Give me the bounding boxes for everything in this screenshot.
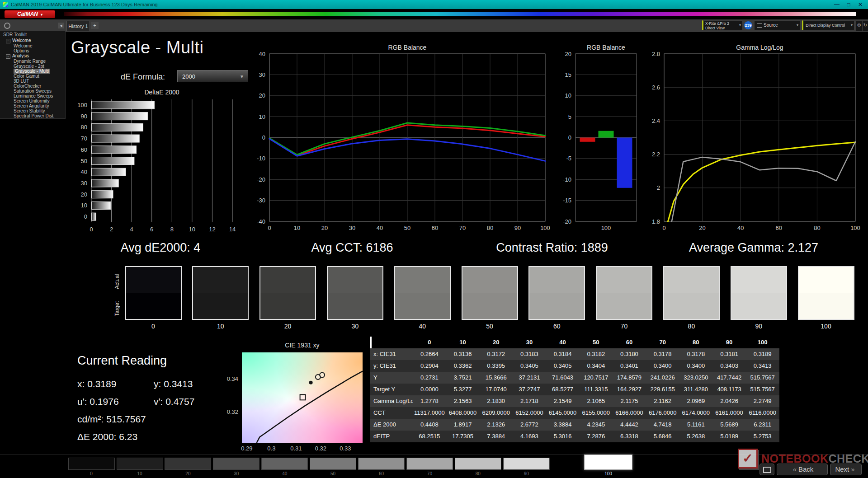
tree-expander-icon[interactable]: − <box>6 39 10 43</box>
table-cell: 2.1563 <box>446 395 480 407</box>
minimize-button[interactable]: — <box>831 0 843 9</box>
back-label: Back <box>798 465 813 473</box>
sidebar-item-saturation-sweeps[interactable]: Saturation Sweeps <box>0 89 66 94</box>
y-axis-tick-label: -10 <box>257 155 265 162</box>
settings-gear-icon[interactable]: ⚙ <box>856 20 863 31</box>
swatch-actual <box>731 267 786 293</box>
swatch-target <box>260 293 315 319</box>
table-cell: 4.1693 <box>513 431 546 442</box>
swatch-actual <box>395 267 450 293</box>
table-cell: 2.6772 <box>513 419 546 431</box>
swatch-level-label: 60 <box>528 323 585 330</box>
sidebar-item-color-gamut[interactable]: Color Gamut <box>0 74 66 79</box>
sidebar: SDR Toolkit −WelcomeWelcomeOptions−Analy… <box>0 31 66 119</box>
sidebar-item-spectral-power-dist-[interactable]: Spectral Power Dist. <box>0 113 66 118</box>
y-axis-tick-label: 30 <box>81 180 87 187</box>
refresh-icon[interactable]: ↻ <box>862 20 868 31</box>
table-cell: 0.3362 <box>446 360 480 372</box>
y-axis-tick-label: 1.8 <box>652 218 660 225</box>
table-cell: 2.0426 <box>712 395 746 407</box>
table-cell: 17.0740 <box>479 384 513 395</box>
calman-logo-button[interactable]: CalMAN▾ <box>5 10 55 18</box>
sidebar-section-analysis[interactable]: −Analysis <box>0 53 66 59</box>
back-button[interactable]: «Back <box>777 464 828 475</box>
grayscale-step-button-0[interactable] <box>68 458 115 470</box>
add-tab-button[interactable]: + <box>91 22 99 29</box>
grayscale-step-button-60[interactable] <box>358 458 405 470</box>
source-dropdown[interactable]: Source ▾ <box>754 20 800 30</box>
sidebar-item-3d-lut[interactable]: 3D LUT <box>0 79 66 84</box>
table-cell: 6155.0000 <box>579 407 613 419</box>
display-control-dropdown[interactable]: Direct Display Control ▾ <box>802 20 854 30</box>
grayscale-step-button-20[interactable] <box>165 458 211 470</box>
table-cell: 71.6043 <box>546 372 580 384</box>
sidebar-item-luminance-sweeps[interactable]: Luminance Sweeps <box>0 94 66 98</box>
maximize-button[interactable]: □ <box>843 0 854 9</box>
sidebar-item-screen-angularity[interactable]: Screen Angularity <box>0 103 66 108</box>
pattern-window-button[interactable] <box>760 464 774 475</box>
grayscale-step-button-80[interactable] <box>455 458 501 470</box>
target-square-marker <box>300 394 306 400</box>
table-cell: 2.1065 <box>579 395 613 407</box>
y-axis-tick-label: 90 <box>81 113 87 120</box>
table-row-label: y: CIE31 <box>370 360 413 372</box>
table-cell: 2.1549 <box>546 395 580 407</box>
sidebar-item-grayscale-2pt[interactable]: Grayscale - 2pt <box>0 64 66 69</box>
sidebar-item-grayscale-multi[interactable]: Grayscale - Multi <box>0 69 66 74</box>
sidebar-item-screen-uniformity[interactable]: Screen Uniformity <box>0 98 66 103</box>
table-cell: 0.2904 <box>413 360 446 372</box>
x-axis-tick-label: 2 <box>110 226 113 233</box>
grayscale-step-button-70[interactable] <box>406 458 453 470</box>
next-button[interactable]: Next» <box>830 464 862 475</box>
grayscale-swatch-60 <box>528 266 585 320</box>
actual-row-label: Actual <box>114 269 121 294</box>
table-row: CCT11317.00006408.00006209.00006152.0000… <box>370 407 779 419</box>
y-axis-tick-label: -15 <box>563 197 571 204</box>
step-button-label: 80 <box>469 471 487 476</box>
grayscale-step-button-40[interactable] <box>261 458 308 470</box>
table-cell: 0.3400 <box>646 360 679 372</box>
sidebar-item-screen-stability[interactable]: Screen Stability <box>0 108 66 113</box>
table-header-cell: 70 <box>646 337 679 348</box>
app-menu-icon[interactable] <box>4 23 10 29</box>
grayscale-step-button-10[interactable] <box>117 458 163 470</box>
y-axis-tick-label: 70 <box>81 135 87 142</box>
sidebar-item-options[interactable]: Options <box>0 48 66 53</box>
y-axis-tick-label: 10 <box>565 92 571 99</box>
swatch-level-label: 30 <box>327 323 383 330</box>
sidebar-item-welcome[interactable]: Welcome <box>0 43 66 48</box>
sidebar-collapse-button[interactable]: ◀ <box>58 23 64 28</box>
table-cell: 37.2131 <box>513 372 546 384</box>
sidebar-item-dynamic-range[interactable]: Dynamic Range <box>0 59 66 64</box>
table-row-label: ΔE 2000 <box>370 419 413 431</box>
swatch-target <box>664 293 719 319</box>
table-row-label: Y <box>370 372 413 384</box>
table-cell: 3.7521 <box>446 372 480 384</box>
tab-history-1[interactable]: History 1 <box>66 21 90 31</box>
x-axis-tick-label: 6 <box>150 226 153 233</box>
y-axis-tick-label: 30 <box>259 71 265 78</box>
table-header-cell: 80 <box>679 337 713 348</box>
close-button[interactable]: ✕ <box>854 0 866 9</box>
table-cell: 4.2345 <box>579 419 613 431</box>
table-header-cell: 40 <box>546 337 580 348</box>
table-cell: 6.3318 <box>613 431 646 442</box>
table-cell: 2.1162 <box>646 395 679 407</box>
table-cell: 0.3405 <box>513 360 546 372</box>
grayscale-step-button-100[interactable] <box>584 455 632 470</box>
grayscale-step-button-50[interactable] <box>310 458 356 470</box>
de-formula-select[interactable]: 2000 ▼ <box>177 70 248 82</box>
sidebar-section-welcome[interactable]: −Welcome <box>0 38 66 43</box>
table-cell: 11317.0000 <box>413 407 446 419</box>
table-header-cell: 0 <box>413 337 446 348</box>
cie-diagram-chart: 0.290.30.310.320.330.340.32 <box>210 350 368 452</box>
x-axis-tick-label: 40 <box>377 225 383 231</box>
grayscale-step-button-30[interactable] <box>213 458 259 470</box>
sidebar-item-colorchecker[interactable]: ColorChecker <box>0 84 66 89</box>
table-cell: 408.1173 <box>712 384 746 395</box>
grayscale-step-button-90[interactable] <box>503 458 550 470</box>
y-axis-tick-label: 2.2 <box>652 151 660 158</box>
meter-dropdown[interactable]: X-Rite i1Pro 2 Direct View ▾ <box>702 20 743 30</box>
table-row-label: CCT <box>370 407 413 419</box>
tree-expander-icon[interactable]: − <box>6 54 10 59</box>
